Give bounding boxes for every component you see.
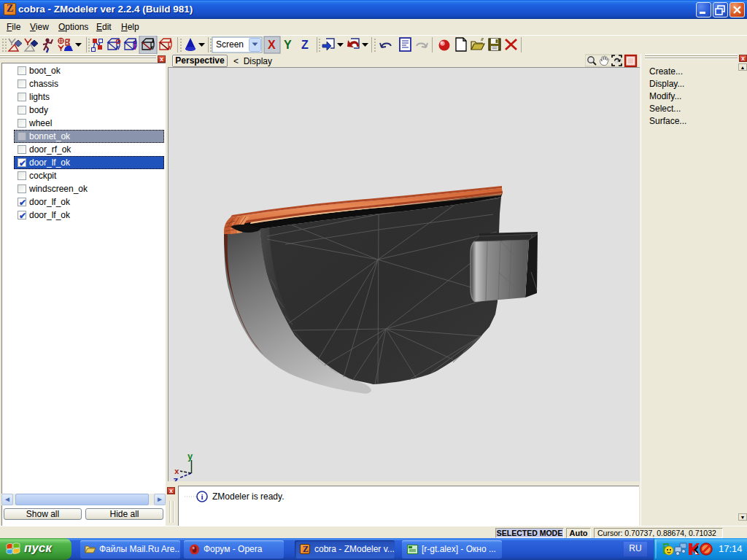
svg-text:Screen: Screen bbox=[216, 39, 244, 50]
svg-text:Z: Z bbox=[301, 39, 309, 51]
svg-text:i: i bbox=[201, 492, 203, 501]
svg-text:Y: Y bbox=[284, 39, 292, 51]
svg-text:ZModeler is ready.: ZModeler is ready. bbox=[212, 491, 284, 502]
svg-text:z: z bbox=[173, 475, 179, 481]
svg-text:X: X bbox=[268, 39, 276, 51]
